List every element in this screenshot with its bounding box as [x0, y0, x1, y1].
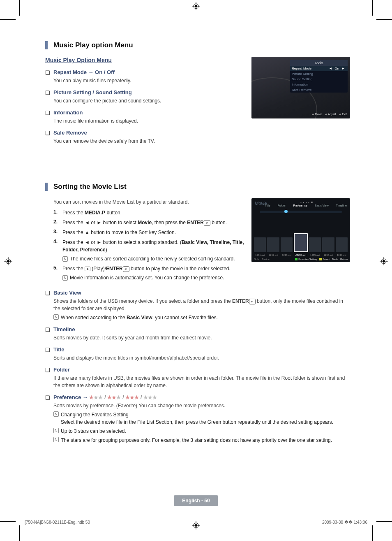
note-icon: N: [53, 427, 61, 435]
note-text: Up to 3 stars can be selected.: [61, 427, 350, 435]
star-icon: ★: [134, 395, 139, 400]
bullet-icon: ❑: [45, 69, 53, 84]
option-desc: Sorts and displays the movie titles in s…: [53, 354, 350, 362]
step-text: Press the (Play)/ENTER↵ button to play t…: [62, 265, 244, 281]
tools-row: Safe Remove: [290, 87, 348, 93]
option-item: ❑ Information The music file information…: [45, 109, 244, 125]
step-row: 1. Press the MEDIA.P button.: [53, 209, 244, 216]
bullet-icon: ❑: [45, 326, 53, 341]
tools-row: Picture Setting: [290, 71, 348, 77]
enter-icon: ↵: [249, 299, 256, 304]
option-desc: Sorts movies by date. It sorts by year a…: [53, 334, 350, 341]
star-icon: ★: [148, 395, 152, 400]
crop-mark: [372, 525, 373, 541]
section-heading-bar: Sorting the Movie List: [45, 183, 350, 191]
star-icon: ★: [112, 395, 116, 400]
bullet-icon: ❑: [45, 89, 53, 104]
note-text: Movie information is automatically set. …: [70, 274, 244, 281]
option-item: ❑ Timeline Sorts movies by date. It sort…: [45, 326, 350, 341]
section-heading-bar: Music Play option Menu: [45, 41, 350, 49]
step-row: 2. Press the ◄ or ► button to select Mov…: [53, 219, 244, 226]
tools-row-selected: Repeat Mode◄On►: [290, 66, 348, 71]
step-row: 3. Press the ▲ button to move to the Sor…: [53, 229, 244, 236]
bullet-icon: ❑: [45, 130, 53, 145]
registration-mark-icon: [192, 521, 200, 529]
step-number: 5.: [53, 265, 62, 281]
star-icon: ★: [94, 395, 98, 400]
star-icon: ★: [116, 395, 121, 400]
crop-mark: [19, 525, 20, 541]
option-title: Timeline: [53, 326, 350, 332]
bullet-icon: ❑: [45, 346, 53, 362]
step-text: Press the MEDIA.P button.: [62, 209, 244, 216]
option-desc: Shows the folders of the USB memory devi…: [53, 297, 350, 312]
page-dots-icon: • • • • ■: [300, 201, 313, 204]
option-desc: You can configure the picture and sound …: [53, 97, 244, 104]
step-row: 4. Press the ◄ or ► button to select a s…: [53, 239, 244, 262]
step-text: Press the ◄ or ► button to select Movie,…: [62, 219, 244, 226]
crop-mark: [376, 19, 392, 20]
option-desc: The music file information is displayed.: [53, 117, 244, 125]
bullet-icon: ❑: [45, 290, 53, 321]
footer-filename: [750-NA]BN68-02111B-Eng.indb 50: [25, 520, 90, 525]
play-icon: [85, 267, 90, 271]
option-title: Folder: [53, 367, 350, 373]
bullet-icon: ❑: [45, 109, 53, 125]
tools-footer-hints: Move Adjust Exit: [312, 113, 347, 116]
crop-mark: [0, 521, 16, 522]
step-number: 1.: [53, 209, 62, 216]
page-number-pill: English - 50: [174, 495, 218, 506]
crop-mark: [376, 521, 392, 522]
page-content: Music Play option Menu Music Play Option…: [45, 41, 350, 449]
movie-footer-hints: SUM Device Favorites Setting Select Tool…: [254, 258, 348, 260]
section-heading: Sorting the Movie List: [53, 183, 350, 191]
option-title: Preference → ★★★ / ★★★ / ★★★ / ★★★: [53, 394, 350, 400]
movie-thumbnails: 1231.avi 1232.avi 1233.avi ABCD.avi 1235…: [254, 237, 348, 252]
section-intro: You can sort movies in the Movie List by…: [53, 198, 244, 206]
note-text: When sorted according to the Basic View,…: [61, 314, 350, 321]
option-item: ❑ Picture Setting / Sound Setting You ca…: [45, 89, 244, 104]
tools-row: Sound Setting: [290, 77, 348, 82]
crop-mark: [372, 0, 373, 16]
star-icon: ★: [130, 395, 134, 400]
note-icon: N: [62, 274, 70, 281]
note-text: The stars are for grouping purposes only…: [61, 437, 350, 444]
note-icon: N: [53, 314, 61, 321]
star-icon: ★: [89, 395, 94, 400]
star-icon: ★: [107, 395, 112, 400]
movie-tabs: Title Folder Preference Basic View Timel…: [260, 204, 347, 207]
note-icon: N: [53, 411, 61, 426]
crop-mark: [19, 0, 20, 16]
option-item: ❑ Safe Remove You can remove the device …: [45, 130, 244, 145]
note-icon: N: [53, 437, 61, 444]
option-item: ❑ Basic View Shows the folders of the US…: [45, 290, 350, 321]
crop-mark: [0, 19, 16, 20]
registration-mark-icon: [192, 2, 200, 10]
sub-heading: Music Play Option Menu: [45, 57, 244, 63]
movie-list-screenshot: Movie • • • • ■ Title Folder Preference …: [251, 198, 350, 262]
note-text: The movie files are sorted according to …: [70, 255, 244, 262]
star-icon: ★: [98, 395, 103, 400]
option-title: Picture Setting / Sound Setting: [53, 89, 244, 95]
step-number: 2.: [53, 219, 62, 226]
tools-row: Information: [290, 82, 348, 87]
bullet-icon: ❑: [45, 394, 53, 444]
option-desc: You can play music files repeatedly.: [53, 77, 244, 84]
option-item: ❑ Repeat Mode → On / Off You can play mu…: [45, 69, 244, 84]
enter-icon: ↵: [204, 220, 210, 226]
section-heading: Music Play option Menu: [53, 41, 350, 49]
option-item: ❑ Preference → ★★★ / ★★★ / ★★★ / ★★★ Sor…: [45, 394, 350, 444]
bullet-icon: ❑: [45, 367, 53, 389]
option-desc: You can remove the device safely from th…: [53, 137, 244, 145]
star-icon: ★: [143, 395, 148, 400]
registration-mark-icon: [380, 257, 388, 265]
option-desc: If there are many folders in USB, the mo…: [53, 374, 350, 389]
star-icon: ★: [152, 395, 157, 400]
step-text: Press the ◄ or ► button to select a sort…: [62, 239, 244, 262]
footer-timestamp: 2009-03-30 �� 1:43:06: [322, 520, 367, 525]
tools-menu-screenshot: Tools Repeat Mode◄On► Picture Setting So…: [251, 57, 350, 118]
step-number: 3.: [53, 229, 62, 236]
tools-panel-title: Tools: [290, 60, 348, 66]
option-desc: Sorts movies by preference. (Favorite) Y…: [53, 402, 350, 409]
option-title: Safe Remove: [53, 130, 244, 136]
